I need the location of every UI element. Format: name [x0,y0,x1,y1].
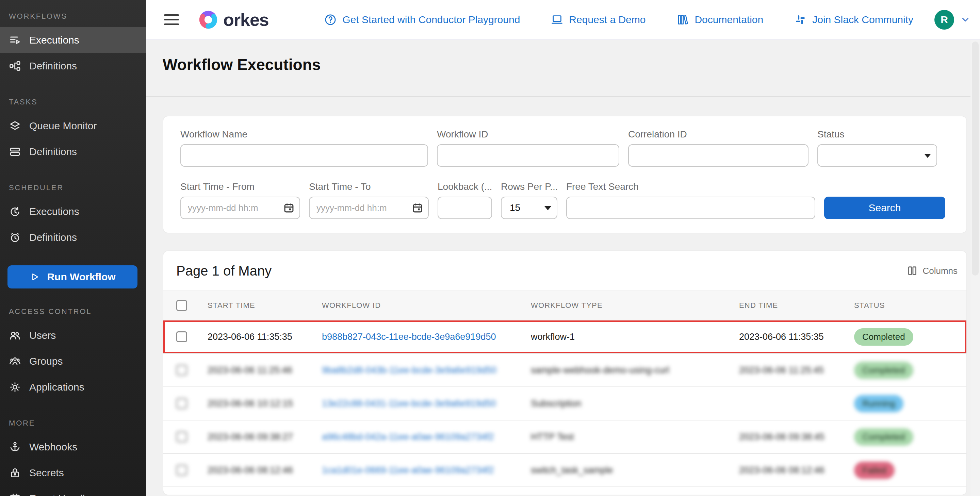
lookback-input[interactable] [438,197,492,219]
columns-button[interactable]: Columns [907,265,958,276]
sidebar-item-scheduler-executions[interactable]: Executions [0,199,146,224]
columns-icon [907,265,918,276]
col-start-time: START TIME [208,301,322,310]
top-header: orkes Get Started with Conductor Playgro… [146,0,980,40]
executions-list-icon [9,34,21,46]
orkes-logo-mark [197,9,219,30]
slack-icon [794,13,807,26]
rows-per-page-select[interactable]: 15 [501,197,557,219]
start-time-to-input[interactable] [309,197,429,219]
sidebar-item-scheduler-definitions[interactable]: Definitions [0,224,146,250]
request-demo-label: Request a Demo [569,14,646,25]
start-time-to-label: Start Time - To [309,181,429,192]
cell-workflow-type: sample-webhook-demo-using-curl [531,365,739,375]
get-started-link[interactable]: Get Started with Conductor Playground [324,13,520,26]
free-text-search-input[interactable] [566,197,815,219]
workflow-id-link[interactable]: b988b827-043c-11ee-bcde-3e9a6e919d50 [322,332,531,342]
orkes-logo[interactable]: orkes [197,9,269,30]
sidebar-item-users[interactable]: Users [0,323,146,348]
status-label: Status [817,129,937,140]
row-checkbox[interactable] [176,431,187,442]
row-checkbox[interactable] [176,398,187,409]
sidebar-item-label: Webhooks [29,441,77,453]
sidebar-item-event-handlers[interactable]: Event Handlers [0,486,146,496]
status-select[interactable] [817,144,937,167]
hamburger-menu-icon[interactable] [164,14,179,25]
row-checkbox[interactable] [176,465,187,475]
rows-per-page-label: Rows Per P... [501,181,557,192]
lock-icon [9,467,21,479]
correlation-id-input[interactable] [628,144,808,167]
status-badge: Completed [854,362,913,379]
status-badge: Running [854,395,904,412]
sidebar-section-workflows: WORKFLOWS [0,11,146,22]
workflow-id-link[interactable]: 13e22c88-0431-11ee-bcde-3e9a6e919d50 [322,398,531,409]
executions-table-card: Page 1 of Many Columns START TIME WORKFL… [163,250,967,495]
table-row[interactable]: 2023-06-06 08:12:46 1ca1d01e-0669-11ee-a… [163,454,966,487]
sidebar-item-secrets[interactable]: Secrets [0,460,146,486]
main-area: orkes Get Started with Conductor Playgro… [146,0,980,496]
sidebar-item-label: Secrets [29,467,64,479]
row-checkbox[interactable] [176,331,187,342]
cell-workflow-type: Subscription [531,398,739,409]
cell-start-time: 2023-06-06 11:35:35 [208,332,322,342]
columns-button-label: Columns [923,266,958,276]
sidebar-item-workflow-executions[interactable]: Executions [0,27,146,53]
workflow-graph-icon [9,60,21,72]
start-time-from-label: Start Time - From [180,181,300,192]
sidebar-item-label: Definitions [29,146,77,157]
scrollbar-track[interactable] [970,40,980,496]
sidebar-item-workflow-definitions[interactable]: Definitions [0,53,146,79]
sidebar-item-label: Definitions [29,232,77,243]
page-head: Workflow Executions [146,40,980,75]
status-badge: Failed [854,462,894,479]
workflow-id-link[interactable]: a96c48bd-042a-11ee-a0ae-96109a2734f2 [322,432,531,442]
table-row[interactable]: 2023-06-06 10:12:15 13e22c88-0431-11ee-b… [163,387,966,420]
lookback-label: Lookback (... [438,181,492,192]
groups-icon [9,355,21,367]
cell-workflow-type: switch_task_sample [531,465,739,475]
chevron-down-icon[interactable] [960,14,970,25]
start-time-from-input[interactable] [180,197,300,219]
workflow-id-link[interactable]: 1ca1d01e-0669-11ee-a0ae-96109a2734f2 [322,465,531,475]
account-menu[interactable]: R [934,10,970,30]
sidebar-item-queue-monitor[interactable]: Queue Monitor [0,113,146,139]
cell-start-time: 2023-06-06 11:25:46 [208,365,322,375]
table-row[interactable]: 2023-06-06 09:38:27 a96c48bd-042a-11ee-a… [163,420,966,454]
header-links: Get Started with Conductor Playground Re… [324,13,913,26]
table-row[interactable]: 2023-06-06 11:25:46 9ba8b2d8-043b-11ee-b… [163,354,966,387]
avatar[interactable]: R [934,10,954,30]
documentation-link[interactable]: Documentation [676,13,763,26]
status-badge: Completed [854,328,913,346]
cell-start-time: 2023-06-06 08:12:46 [208,465,322,475]
cell-end-time: 2023-06-06 11:35:35 [739,332,854,342]
sidebar-item-groups[interactable]: Groups [0,348,146,374]
logo-text: orkes [223,10,269,30]
join-slack-link[interactable]: Join Slack Community [794,13,913,26]
sidebar-item-task-definitions[interactable]: Definitions [0,139,146,165]
workflow-name-label: Workflow Name [180,129,428,140]
sidebar-item-applications[interactable]: Applications [0,374,146,400]
workflow-name-input[interactable] [180,144,428,167]
workflow-id-link[interactable]: 9ba8b2d8-043b-11ee-bcde-3e9a6e919d50 [322,365,531,375]
cell-workflow-type: HTTP Test [531,432,739,442]
cell-end-time: 2023-06-06 09:38:45 [739,432,854,442]
sidebar-item-label: Event Handlers [29,493,99,496]
request-demo-link[interactable]: Request a Demo [550,13,646,26]
table-row[interactable]: 2023-06-06 11:35:35 b988b827-043c-11ee-b… [163,321,966,354]
search-button[interactable]: Search [824,197,945,219]
sidebar-item-label: Queue Monitor [29,120,97,132]
app-window: WORKFLOWS Executions Definitions TASKS Q… [0,0,980,496]
select-all-checkbox[interactable] [176,300,187,311]
books-icon [676,13,689,26]
help-circle-icon [324,13,337,26]
row-checkbox[interactable] [176,365,187,375]
workflow-id-input[interactable] [437,144,619,167]
sidebar-item-label: Executions [29,206,79,218]
scrollbar-thumb[interactable] [972,41,978,275]
gear-icon [9,381,21,393]
sidebar-item-webhooks[interactable]: Webhooks [0,434,146,460]
run-workflow-button[interactable]: Run Workflow [8,265,137,288]
cell-end-time: 2023-06-06 08:12:46 [739,465,854,475]
col-workflow-id: WORKFLOW ID [322,301,531,310]
